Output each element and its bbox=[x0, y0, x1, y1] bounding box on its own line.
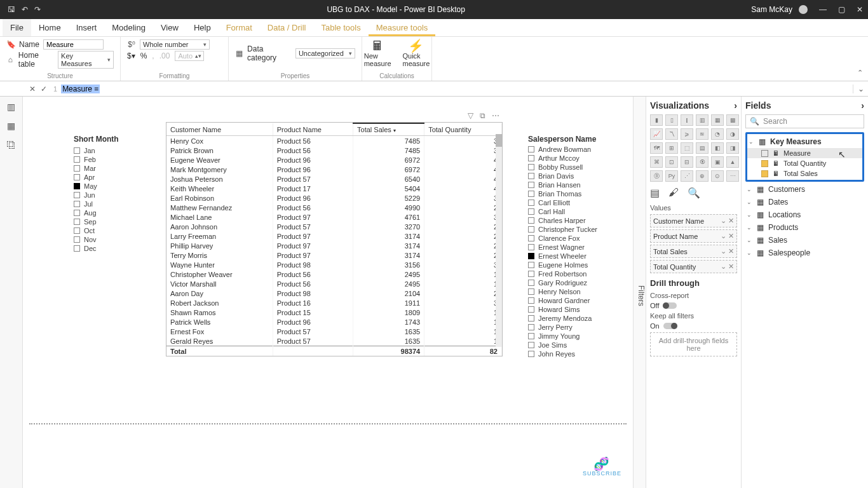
column-header[interactable]: Product Name bbox=[273, 123, 353, 136]
salesperson-option[interactable]: Charles Harper bbox=[528, 216, 636, 225]
table-row[interactable]: Phillip HarveyProduct 9731742 bbox=[166, 241, 502, 250]
table-row[interactable]: Larry FreemanProduct 9731742 bbox=[166, 231, 502, 241]
formula-commit[interactable]: ✓ bbox=[41, 85, 47, 93]
remove-icon[interactable]: ✕ bbox=[728, 247, 734, 255]
currency-btn[interactable]: $▾ bbox=[127, 51, 135, 60]
visual-type-icon[interactable]: ▯ bbox=[665, 114, 678, 126]
month-option[interactable]: Feb bbox=[74, 155, 150, 164]
salesperson-option[interactable]: Bobby Russell bbox=[528, 163, 636, 172]
checkbox[interactable] bbox=[761, 150, 768, 157]
salesperson-option[interactable]: Andrew Bowman bbox=[528, 145, 636, 154]
tab-data-drill[interactable]: Data / Drill bbox=[260, 19, 314, 36]
visual-type-icon[interactable]: ⊕ bbox=[696, 170, 709, 182]
table-row[interactable]: Eugene WeaverProduct 9669724 bbox=[166, 155, 502, 165]
checkbox-checked[interactable] bbox=[761, 170, 768, 177]
visual-type-icon[interactable]: ◧ bbox=[711, 142, 724, 154]
visual-type-icon[interactable]: ⊡ bbox=[665, 156, 678, 168]
fields-collapse[interactable]: › bbox=[861, 100, 864, 111]
visual-type-icon[interactable]: Py bbox=[665, 170, 678, 182]
month-option[interactable]: Sep bbox=[74, 217, 150, 226]
measure-name-input[interactable] bbox=[43, 39, 104, 50]
month-option[interactable]: Aug bbox=[74, 208, 150, 217]
formula-cancel[interactable]: ✕ bbox=[29, 85, 36, 93]
report-canvas[interactable]: Short Month JanFebMarAprMayJunJulAugSepO… bbox=[23, 97, 633, 488]
visual-type-icon[interactable]: ⦿ bbox=[696, 156, 709, 168]
tab-file[interactable]: File bbox=[3, 19, 31, 36]
model-view-icon[interactable]: ⿻ bbox=[7, 140, 16, 150]
vis-collapse[interactable]: › bbox=[734, 100, 737, 111]
salesperson-option[interactable]: Jeremy Mendoza bbox=[528, 314, 636, 323]
visual-type-icon[interactable]: ⫿ bbox=[681, 114, 693, 126]
visual-type-icon[interactable]: ≋ bbox=[696, 128, 709, 140]
filter-icon[interactable]: ▽ bbox=[468, 111, 473, 120]
month-option[interactable]: Nov bbox=[74, 235, 150, 244]
table-row[interactable]: Victor MarshallProduct 5624951 bbox=[166, 279, 502, 288]
percent-btn[interactable]: % bbox=[140, 51, 147, 60]
visual-type-icon[interactable]: ⊙ bbox=[711, 170, 724, 182]
quick-measure-button[interactable]: ⚡ Quick measure bbox=[399, 39, 434, 67]
format-combo[interactable]: Whole number▾ bbox=[140, 39, 210, 50]
table-row[interactable]: Mark MontgomeryProduct 9669724 bbox=[166, 165, 502, 174]
ribbon-collapse[interactable]: ⌃ bbox=[857, 69, 863, 77]
field-total-quantity[interactable]: 🖩 Total Quantity bbox=[747, 158, 862, 168]
field-well[interactable]: Customer Name⌄ ✕ bbox=[650, 214, 737, 227]
tab-measure-tools[interactable]: Measure tools bbox=[369, 19, 436, 36]
visual-type-icon[interactable]: ▲ bbox=[726, 156, 739, 168]
data-view-icon[interactable]: ▦ bbox=[7, 121, 15, 131]
more-icon[interactable]: ⋯ bbox=[492, 111, 499, 120]
table-row[interactable]: Aaron DayProduct 9821042 bbox=[166, 288, 502, 298]
table-node[interactable]: ⌄▦Sales bbox=[745, 234, 864, 247]
decimals-btn[interactable]: .00 bbox=[159, 51, 170, 60]
column-header[interactable]: Total Quantity bbox=[424, 123, 502, 136]
tab-format[interactable]: Format bbox=[219, 19, 260, 36]
salesperson-option[interactable]: Brian Hansen bbox=[528, 180, 636, 189]
field-well[interactable]: Product Name⌄ ✕ bbox=[650, 229, 737, 243]
table-row[interactable]: Terry MorrisProduct 9731742 bbox=[166, 250, 502, 260]
salesperson-option[interactable]: Ernest Wagner bbox=[528, 243, 636, 252]
tab-table-tools[interactable]: Table tools bbox=[313, 19, 368, 36]
tab-view[interactable]: View bbox=[153, 19, 186, 36]
checkbox-checked[interactable] bbox=[761, 160, 768, 167]
datacat-combo[interactable]: Uncategorized▾ bbox=[295, 48, 355, 58]
salesperson-option[interactable]: Fred Robertson bbox=[528, 269, 636, 278]
visual-type-icon[interactable]: 📈 bbox=[650, 128, 663, 140]
visual-type-icon[interactable]: ⋯ bbox=[726, 170, 739, 182]
salesperson-option[interactable]: Ernest Wheeler bbox=[528, 252, 636, 261]
fields-tab-icon[interactable]: ▤ bbox=[650, 187, 660, 199]
visual-type-icon[interactable]: 〽 bbox=[665, 128, 678, 140]
month-option[interactable]: Apr bbox=[74, 173, 150, 182]
salesperson-option[interactable]: Howard Gardner bbox=[528, 296, 636, 305]
visual-type-icon[interactable]: Ⓡ bbox=[650, 170, 663, 182]
formula-expand[interactable]: ⌄ bbox=[853, 85, 868, 93]
month-option[interactable]: Jul bbox=[74, 200, 150, 208]
salesperson-option[interactable]: Brian Thomas bbox=[528, 189, 636, 198]
maximize-icon[interactable]: ▢ bbox=[838, 5, 845, 14]
visual-type-icon[interactable]: ◑ bbox=[726, 128, 739, 140]
visual-type-icon[interactable]: 🗺 bbox=[650, 142, 663, 154]
table-row[interactable]: Henry CoxProduct 5674853 bbox=[166, 136, 502, 146]
visual-type-icon[interactable]: ⊟ bbox=[681, 156, 693, 168]
salesperson-option[interactable]: Carl Hall bbox=[528, 207, 636, 216]
table-row[interactable]: Ernest FoxProduct 5716351 bbox=[166, 327, 502, 336]
table-node[interactable]: ⌄▦Customers bbox=[745, 183, 864, 196]
table-row[interactable]: Shawn RamosProduct 1518091 bbox=[166, 308, 502, 317]
salesperson-option[interactable]: Howard Sims bbox=[528, 305, 636, 314]
field-well[interactable]: Total Quantity⌄ ✕ bbox=[650, 260, 737, 273]
user-name[interactable]: Sam McKay bbox=[751, 5, 792, 14]
table-visual[interactable]: ▽ ⧉ ⋯ Customer NameProduct NameTotal Sal… bbox=[166, 122, 503, 356]
column-header[interactable]: Total Sales ▾ bbox=[353, 123, 424, 136]
tab-help[interactable]: Help bbox=[186, 19, 219, 36]
salesperson-option[interactable]: Christopher Tucker bbox=[528, 225, 636, 234]
hometable-combo[interactable]: Key Measures▾ bbox=[58, 51, 114, 69]
field-measure[interactable]: 🖩 Measure ↖ bbox=[747, 148, 862, 158]
table-row[interactable]: Patrick WellsProduct 9617431 bbox=[166, 317, 502, 327]
table-row[interactable]: Keith WheelerProduct 1754044 bbox=[166, 184, 502, 193]
visual-type-icon[interactable]: ⩾ bbox=[681, 128, 693, 140]
new-measure-button[interactable]: 🖩 New measure bbox=[360, 39, 395, 67]
month-option[interactable]: Oct bbox=[74, 226, 150, 235]
formula-input[interactable]: 1 Measure = bbox=[53, 85, 853, 93]
salesperson-option[interactable]: Henry Nelson bbox=[528, 287, 636, 296]
table-row[interactable]: Matthew FernandezProduct 5649902 bbox=[166, 203, 502, 212]
month-option[interactable]: Jan bbox=[74, 146, 150, 155]
salesperson-option[interactable]: John Reyes bbox=[528, 349, 636, 358]
